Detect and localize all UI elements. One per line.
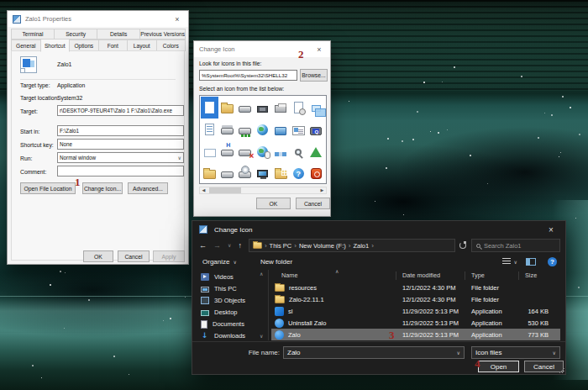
grid-cell-doc-clock[interactable] <box>290 97 307 119</box>
sidebar-item-videos[interactable]: Videos <box>201 271 265 282</box>
sidebar-item-documents[interactable]: Documents <box>201 319 265 329</box>
file-row-uninstall-zalo[interactable]: Uninstall Zalo11/29/2022 5:13 PMApplicat… <box>271 317 560 329</box>
grid-cell-frame[interactable] <box>201 140 218 162</box>
grid-cell-id-card[interactable] <box>290 119 307 140</box>
resize-grip[interactable] <box>559 367 564 373</box>
grid-cell-tv-q[interactable] <box>307 119 325 140</box>
close-icon[interactable] <box>171 13 183 25</box>
file-row-zalo[interactable]: Zalo11/29/2022 5:13 PMApplication773 KB3 <box>271 329 560 340</box>
sidebar-item-desktop[interactable]: Desktop <box>201 307 265 318</box>
organize-menu[interactable]: Organize <box>202 258 237 266</box>
sidebar-item-3d-objects[interactable]: 3D Objects <box>201 295 265 306</box>
recent-locations-icon[interactable] <box>228 242 231 250</box>
close-icon[interactable] <box>543 225 559 235</box>
tab-options[interactable]: Options <box>69 40 99 51</box>
help-icon[interactable] <box>548 257 557 266</box>
sidebar-item-downloads[interactable]: Downloads <box>201 330 265 340</box>
file-type-select[interactable]: Icon files <box>471 346 560 359</box>
breadcrumb[interactable]: ›This PC›New Volume (F:)›Zalo1› <box>249 239 455 252</box>
apply-button[interactable]: Apply <box>153 250 185 262</box>
close-icon[interactable] <box>313 44 325 55</box>
column-header-size[interactable]: Size <box>525 271 537 279</box>
grid-cell-drive-h[interactable] <box>218 140 236 162</box>
breadcrumb-item-this-pc[interactable]: This PC <box>270 242 292 250</box>
grid-cell-doc-text[interactable] <box>201 119 218 140</box>
target-location-label: Target location: <box>20 95 59 101</box>
file-browser-titlebar[interactable]: Change Icon <box>192 221 565 238</box>
grid-cell-recycle[interactable] <box>307 140 325 162</box>
grid-cell-net-x[interactable] <box>236 140 254 162</box>
up-icon[interactable] <box>238 242 242 250</box>
file-row-sl[interactable]: sl11/29/2022 5:13 PMApplication164 KB <box>271 305 560 317</box>
column-header-date-modified[interactable]: Date modified <box>402 271 440 279</box>
tab-colors[interactable]: Colors <box>156 40 186 51</box>
target-input[interactable] <box>57 105 184 116</box>
grid-cell-printer[interactable] <box>272 97 290 119</box>
browse-button[interactable]: Browse... <box>300 69 328 82</box>
grid-cell-help[interactable] <box>290 162 307 184</box>
tab-layout[interactable]: Layout <box>127 40 157 51</box>
ok-button[interactable]: OK <box>256 198 291 209</box>
file-row-zalo-22-11-1[interactable]: Zalo-22.11.112/1/2022 4:30 PMFile folder <box>271 293 560 305</box>
list-view-icon[interactable] <box>502 258 511 266</box>
scrollbar-thumb[interactable] <box>209 187 241 193</box>
view-options-chevron-icon[interactable] <box>514 259 517 265</box>
forward-icon[interactable] <box>213 242 221 250</box>
grid-cell-globe[interactable] <box>254 119 271 140</box>
grid-cell-folder2[interactable] <box>201 162 218 184</box>
preview-pane-icon[interactable] <box>526 258 536 266</box>
open-file-location-button[interactable]: Open File Location <box>20 182 76 194</box>
grid-cell-win-overlap[interactable] <box>307 97 325 119</box>
ok-button[interactable]: OK <box>83 250 113 262</box>
back-icon[interactable] <box>199 242 207 250</box>
refresh-icon[interactable] <box>459 242 466 249</box>
scroll-right-icon[interactable] <box>318 187 326 193</box>
grid-cell-drive[interactable] <box>236 97 254 119</box>
open-button[interactable]: Open <box>478 361 519 372</box>
grid-cell-share-folder[interactable] <box>272 119 290 140</box>
sidebar-item-this-pc[interactable]: This PC <box>201 283 265 294</box>
horizontal-scrollbar[interactable] <box>199 187 327 194</box>
grid-cell-chip[interactable] <box>254 97 271 119</box>
properties-titlebar[interactable]: Zalo1 Properties <box>8 11 188 27</box>
advanced-button[interactable]: Advanced... <box>128 182 168 194</box>
folder-icon <box>275 296 285 303</box>
cancel-button[interactable]: Cancel <box>524 361 564 372</box>
run-select[interactable]: Normal window <box>57 152 184 163</box>
grid-cell-globe-mouse[interactable] <box>254 140 271 162</box>
grid-cell-folder[interactable] <box>218 97 236 119</box>
grid-cell-floppy[interactable] <box>218 119 236 140</box>
column-header-name[interactable]: Name <box>281 271 297 279</box>
cancel-button[interactable]: Cancel <box>296 198 330 209</box>
shortcut-key-input[interactable] <box>57 139 184 150</box>
icon-file-path-input[interactable] <box>199 70 297 81</box>
start-in-input[interactable] <box>57 125 184 136</box>
tab-shortcut[interactable]: Shortcut <box>40 39 71 52</box>
new-folder-button[interactable]: New folder <box>260 258 292 266</box>
chevron-right-icon: › <box>349 242 351 250</box>
star <box>129 374 129 375</box>
grid-cell-cd-drive[interactable] <box>236 162 254 184</box>
search-box[interactable]: Search Zalo1 <box>471 239 560 252</box>
tab-general[interactable]: General <box>11 40 41 51</box>
grid-cell-net-tree[interactable] <box>236 119 254 140</box>
grid-cell-folder-grid[interactable] <box>272 162 290 184</box>
grid-cell-net-nodes[interactable] <box>272 140 290 162</box>
breadcrumb-item-new-volume-f[interactable]: New Volume (F:) <box>299 242 346 250</box>
grid-cell-power[interactable] <box>307 162 325 184</box>
breadcrumb-item-zalo1[interactable]: Zalo1 <box>353 242 369 250</box>
grid-cell-computer[interactable] <box>254 162 271 184</box>
file-row-resources[interactable]: resources12/1/2022 4:30 PMFile folder <box>271 282 560 293</box>
grid-cell-magnifier[interactable] <box>290 140 307 162</box>
scroll-left-icon[interactable] <box>200 187 207 193</box>
grid-cell-drive2[interactable] <box>218 162 236 184</box>
cancel-button[interactable]: Cancel <box>118 250 150 262</box>
change-icon-button[interactable]: Change Icon... <box>82 182 123 194</box>
file-name-input[interactable]: Zalo <box>283 346 465 359</box>
column-header-type[interactable]: Type <box>471 271 485 279</box>
grid-cell-doc-blank[interactable] <box>201 97 218 119</box>
tab-details[interactable]: Details <box>97 29 140 40</box>
tab-previous-versions[interactable]: Previous Versions <box>139 29 186 40</box>
change-icon-titlebar[interactable]: Change Icon <box>194 41 330 57</box>
tab-font[interactable]: Font <box>98 40 129 51</box>
